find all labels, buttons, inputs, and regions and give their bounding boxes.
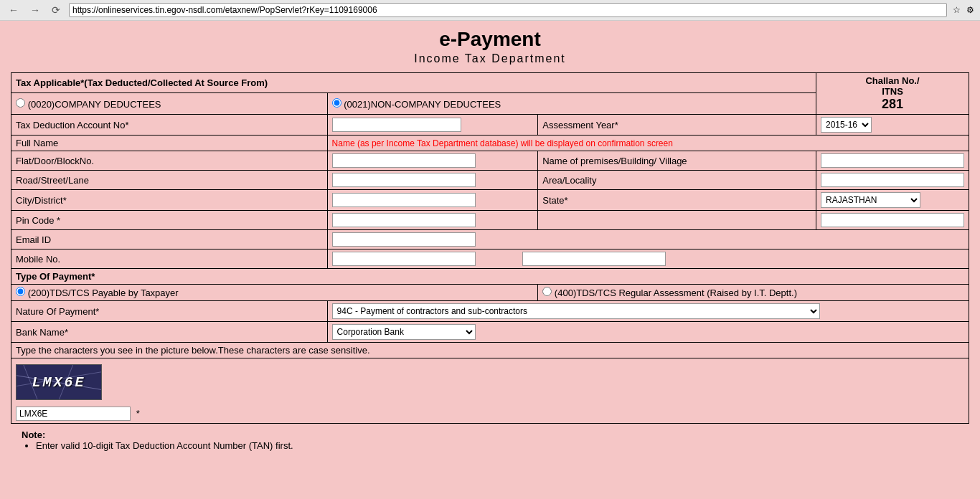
- challan-box: Challan No./ ITNS 281: [816, 73, 969, 115]
- assessment-year-cell: 2015-16 2016-17 2014-15: [816, 115, 969, 136]
- tds-payable-radio[interactable]: [16, 287, 25, 296]
- tan-label-cell: Tax Deduction Account No*: [11, 115, 328, 136]
- captcha-image: LMX6E: [16, 364, 102, 400]
- area-input[interactable]: [821, 173, 964, 187]
- captcha-row: LMX6E *: [11, 358, 969, 424]
- captcha-instruction: Type the characters you see in the pictu…: [16, 345, 370, 356]
- captcha-required-marker: *: [136, 408, 140, 419]
- tds-payable-label[interactable]: (200)TDS/TCS Payable by Taxpayer: [16, 287, 179, 298]
- mobile-label-cell: Mobile No.: [11, 250, 328, 269]
- flat-label-cell: Flat/Door/BlockNo.: [11, 151, 328, 171]
- bank-name-label-cell: Bank Name*: [11, 322, 328, 343]
- city-input-cell: [327, 190, 538, 211]
- area-input-cell: [816, 171, 969, 190]
- non-company-deductees-label[interactable]: (0021)NON-COMPANY DEDUCTEES: [332, 99, 501, 110]
- pincode-label-cell: Pin Code *: [11, 211, 328, 230]
- captcha-text-display: LMX6E: [32, 374, 85, 391]
- browser-bar: ← → ⟳ ☆ ⚙: [0, 0, 980, 21]
- full-name-label-cell: Full Name: [11, 136, 328, 151]
- tan-input-cell: [327, 115, 538, 136]
- note-section: Note: Enter valid 10-digit Tax Deduction…: [11, 424, 969, 457]
- company-deductees-label[interactable]: (0020)COMPANY DEDUCTEES: [16, 99, 161, 110]
- url-bar[interactable]: [69, 3, 947, 17]
- nature-of-payment-input-cell: 94C - Payment of contractors and sub-con…: [327, 301, 969, 322]
- city-input[interactable]: [332, 193, 476, 207]
- city-label-cell: City/District*: [11, 190, 328, 211]
- challan-series: ITNS: [821, 86, 964, 97]
- page-subtitle: Income Tax Department: [11, 52, 969, 65]
- pincode-empty-cell2: [816, 211, 969, 230]
- nature-of-payment-label-cell: Nature Of Payment*: [11, 301, 328, 322]
- state-cell: RAJASTHAN ANDHRA PRADESH DELHI MAHARASHT…: [816, 190, 969, 211]
- challan-number: 281: [821, 97, 964, 112]
- mobile-input-cell: [327, 250, 969, 269]
- main-form-table: Tax Applicable*(Tax Deducted/Collected A…: [11, 72, 969, 424]
- area-label-cell: Area/Locality: [538, 171, 816, 190]
- pincode-input-cell: [327, 211, 538, 230]
- page-container: e-Payment Income Tax Department Tax Appl…: [0, 21, 980, 494]
- captcha-input-row: *: [16, 407, 964, 421]
- ext-icon: ⚙: [966, 5, 974, 15]
- road-input-cell: [327, 171, 538, 190]
- challan-label: Challan No./: [821, 75, 964, 86]
- company-deductees-radio[interactable]: [16, 98, 25, 108]
- back-button[interactable]: ←: [6, 3, 22, 17]
- company-deductees-cell: (0020)COMPANY DEDUCTEES: [11, 93, 328, 115]
- flat-input-cell: [327, 151, 538, 171]
- pincode-empty-cell: [538, 211, 816, 230]
- tds-regular-label[interactable]: (400)TDS/TCS Regular Assessment (Raised …: [542, 287, 797, 298]
- note-list: Enter valid 10-digit Tax Deduction Accou…: [36, 440, 958, 451]
- state-select[interactable]: RAJASTHAN ANDHRA PRADESH DELHI MAHARASHT…: [821, 192, 920, 208]
- reload-button[interactable]: ⟳: [49, 3, 63, 17]
- email-input-cell: [327, 230, 969, 250]
- bank-name-input-cell: Corporation Bank State Bank of India HDF…: [327, 322, 969, 343]
- non-company-deductees-radio[interactable]: [332, 98, 341, 108]
- captcha-instruction-cell: Type the characters you see in the pictu…: [11, 343, 969, 358]
- flat-input[interactable]: [332, 153, 476, 168]
- note-label: Note:: [22, 429, 45, 440]
- forward-button[interactable]: →: [27, 3, 43, 17]
- email-label-cell: Email ID: [11, 230, 328, 250]
- bank-name-select[interactable]: Corporation Bank State Bank of India HDF…: [332, 324, 476, 340]
- premises-input[interactable]: [821, 153, 964, 168]
- type-of-payment-header: Type Of Payment*: [11, 269, 969, 285]
- full-name-hint-cell: Name (as per Income Tax Department datab…: [327, 136, 969, 151]
- email-input[interactable]: [332, 232, 476, 247]
- assessment-year-select[interactable]: 2015-16 2016-17 2014-15: [821, 117, 872, 133]
- star-icon: ☆: [953, 5, 961, 15]
- captcha-input[interactable]: [16, 407, 131, 421]
- tan-input[interactable]: [332, 118, 461, 132]
- mobile-extra-input[interactable]: [522, 252, 666, 266]
- nature-of-payment-select[interactable]: 94C - Payment of contractors and sub-con…: [332, 303, 820, 319]
- pincode-extra-input[interactable]: [821, 213, 964, 227]
- note-item-1: Enter valid 10-digit Tax Deduction Accou…: [36, 440, 958, 451]
- premises-label-cell: Name of premises/Building/ Village: [538, 151, 816, 171]
- page-title: e-Payment: [11, 28, 969, 51]
- premises-input-cell: [816, 151, 969, 171]
- non-company-deductees-cell: (0021)NON-COMPANY DEDUCTEES: [327, 93, 816, 115]
- mobile-input[interactable]: [332, 252, 476, 266]
- tax-applicable-header: Tax Applicable*(Tax Deducted/Collected A…: [11, 73, 816, 93]
- assessment-year-label-cell: Assessment Year*: [538, 115, 816, 136]
- tds-regular-cell: (400)TDS/TCS Regular Assessment (Raised …: [538, 285, 969, 301]
- road-input[interactable]: [332, 173, 476, 187]
- tds-regular-radio[interactable]: [542, 287, 552, 296]
- tds-payable-cell: (200)TDS/TCS Payable by Taxpayer: [11, 285, 538, 301]
- full-name-hint: Name (as per Income Tax Department datab…: [332, 138, 673, 148]
- pincode-input[interactable]: [332, 213, 476, 227]
- road-label-cell: Road/Street/Lane: [11, 171, 328, 190]
- state-label-cell: State*: [538, 190, 816, 211]
